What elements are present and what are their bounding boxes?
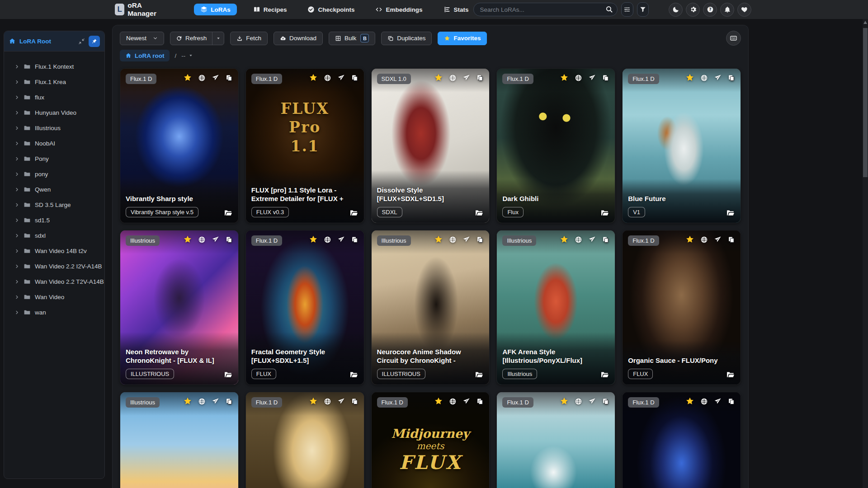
chevron-right-icon[interactable] xyxy=(14,249,19,253)
copy-icon[interactable] xyxy=(225,74,233,84)
sidebar-folder-item[interactable]: Illustrious xyxy=(8,120,101,136)
open-folder-icon[interactable] xyxy=(600,370,609,379)
copy-icon[interactable] xyxy=(476,398,484,407)
favorite-star-icon[interactable] xyxy=(685,397,694,408)
lora-card[interactable]: SDXL 1.0 Dissolve Style [FLUX+SDXL+SD1.5… xyxy=(371,68,490,223)
chevron-right-icon[interactable] xyxy=(14,218,19,223)
lora-card[interactable]: Flux.1 D xyxy=(245,392,364,488)
open-folder-icon[interactable] xyxy=(726,208,735,217)
send-icon[interactable] xyxy=(588,398,596,407)
favorite-star-icon[interactable] xyxy=(183,235,192,246)
open-folder-icon[interactable] xyxy=(726,370,735,379)
fetch-button[interactable]: Fetch xyxy=(230,32,268,45)
chevron-right-icon[interactable] xyxy=(14,156,19,161)
lora-card[interactable]: Flux.1 D Fractal Geometry Style [FLUX+SD… xyxy=(245,230,364,385)
sort-select[interactable]: Newest xyxy=(120,32,164,45)
search-input[interactable] xyxy=(473,3,618,16)
globe-icon[interactable] xyxy=(198,398,206,407)
globe-icon[interactable] xyxy=(324,398,331,407)
version-badge[interactable]: Illustrious xyxy=(502,369,537,379)
notifications-button[interactable] xyxy=(720,3,734,17)
globe-icon[interactable] xyxy=(575,236,582,245)
version-badge[interactable]: FLUX v0.3 xyxy=(251,207,289,217)
open-folder-icon[interactable] xyxy=(224,208,233,217)
keyboard-shortcuts-button[interactable] xyxy=(726,31,741,46)
globe-icon[interactable] xyxy=(324,74,331,84)
search-icon[interactable] xyxy=(605,5,613,13)
lora-card[interactable]: Flux.1 D Organic Sauce - FLUX/Pony FLUX xyxy=(622,230,741,385)
favorite-star-icon[interactable] xyxy=(560,397,569,408)
open-folder-icon[interactable] xyxy=(600,208,609,217)
breadcrumb-current-dropdown[interactable]: -- xyxy=(181,52,193,59)
chevron-right-icon[interactable] xyxy=(14,126,19,131)
lora-card[interactable]: Flux.1 D Dark Ghibli Flux xyxy=(496,68,615,223)
favorite-star-icon[interactable] xyxy=(434,73,443,84)
version-badge[interactable]: Flux xyxy=(502,207,524,217)
globe-icon[interactable] xyxy=(700,398,708,407)
favorite-star-icon[interactable] xyxy=(685,73,694,84)
chevron-right-icon[interactable] xyxy=(14,187,19,192)
globe-icon[interactable] xyxy=(324,236,331,245)
favorite-star-icon[interactable] xyxy=(434,397,443,408)
favorite-star-icon[interactable] xyxy=(560,235,569,246)
copy-icon[interactable] xyxy=(476,236,484,245)
send-icon[interactable] xyxy=(588,74,596,84)
sidebar-folder-item[interactable]: pony xyxy=(8,166,101,182)
send-icon[interactable] xyxy=(337,74,345,84)
send-icon[interactable] xyxy=(337,398,345,407)
lora-card[interactable]: Flux.1 D xyxy=(622,392,741,488)
pin-sidebar-button[interactable] xyxy=(89,36,100,47)
globe-icon[interactable] xyxy=(575,74,582,84)
chevron-right-icon[interactable] xyxy=(14,233,19,238)
scrollbar-thumb[interactable] xyxy=(863,28,868,177)
chevron-right-icon[interactable] xyxy=(14,172,19,177)
chevron-right-icon[interactable] xyxy=(14,141,19,146)
send-icon[interactable] xyxy=(212,236,219,245)
lora-card[interactable]: Illustrious xyxy=(120,392,239,488)
download-button[interactable]: Download xyxy=(274,32,323,45)
copy-icon[interactable] xyxy=(602,236,609,245)
favorite-star-icon[interactable] xyxy=(309,73,318,84)
theme-toggle-button[interactable] xyxy=(669,3,683,17)
copy-icon[interactable] xyxy=(602,74,609,84)
chevron-right-icon[interactable] xyxy=(14,264,19,269)
favorite-star-icon[interactable] xyxy=(560,73,569,84)
lora-card[interactable]: MidjourneymeetsFLUX Flux.1 D xyxy=(371,392,490,488)
open-folder-icon[interactable] xyxy=(224,370,233,379)
open-folder-icon[interactable] xyxy=(349,370,359,379)
lora-card[interactable]: Illustrious AFK Arena Style [Illustrious… xyxy=(496,230,615,385)
chevron-right-icon[interactable] xyxy=(14,95,19,100)
sidebar-folder-item[interactable]: Pony xyxy=(8,151,101,166)
open-folder-icon[interactable] xyxy=(475,208,484,217)
version-badge[interactable]: SDXL xyxy=(377,207,402,217)
globe-icon[interactable] xyxy=(700,236,708,245)
page-scrollbar[interactable] xyxy=(863,19,868,488)
send-icon[interactable] xyxy=(337,236,345,245)
nav-item-embeddings[interactable]: Embeddings xyxy=(371,4,427,15)
chevron-right-icon[interactable] xyxy=(14,279,19,284)
copy-icon[interactable] xyxy=(351,236,359,245)
send-icon[interactable] xyxy=(212,398,219,407)
sidebar-folder-item[interactable]: Wan Video 2.2 T2V-A14B xyxy=(8,274,101,289)
favorite-star-icon[interactable] xyxy=(183,397,192,408)
lora-card[interactable]: Illustrious Neurocore Anime Shadow Circu… xyxy=(371,230,490,385)
sidebar-folder-item[interactable]: flux xyxy=(8,89,101,105)
chevron-right-icon[interactable] xyxy=(14,110,19,115)
sidebar-folder-item[interactable]: sdxl xyxy=(8,228,101,243)
send-icon[interactable] xyxy=(462,74,470,84)
nav-item-recipes[interactable]: Recipes xyxy=(249,4,292,15)
send-icon[interactable] xyxy=(588,236,596,245)
scrollbar-up-arrow[interactable] xyxy=(863,21,867,24)
copy-icon[interactable] xyxy=(225,398,233,407)
sidebar-folder-item[interactable]: Wan Video xyxy=(8,289,101,305)
sidebar-folder-item[interactable]: Wan Video 2.2 I2V-A14B xyxy=(8,258,101,274)
favorite-star-icon[interactable] xyxy=(309,235,318,246)
nav-item-checkpoints[interactable]: Checkpoints xyxy=(303,4,359,15)
lora-card[interactable]: Flux.1 D Blue Future V1 xyxy=(622,68,741,223)
open-folder-icon[interactable] xyxy=(475,370,484,379)
sidebar-folder-item[interactable]: Wan Video 14B t2v xyxy=(8,243,101,258)
copy-icon[interactable] xyxy=(225,236,233,245)
chevron-right-icon[interactable] xyxy=(14,310,19,315)
open-folder-icon[interactable] xyxy=(349,208,359,217)
send-icon[interactable] xyxy=(714,398,722,407)
